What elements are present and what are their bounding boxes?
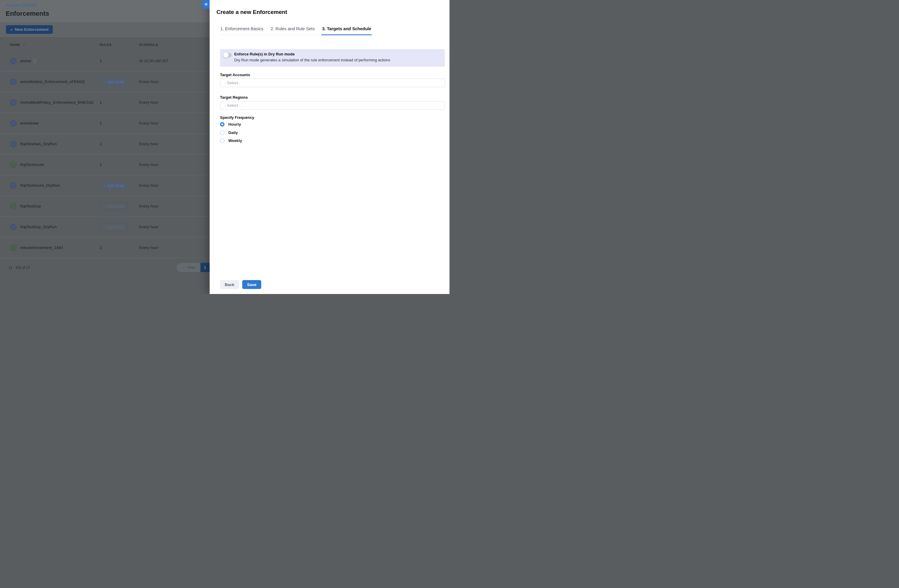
enforcement-name: RajTestGcp_DryRun [20, 225, 57, 229]
rules-count: 1 [100, 100, 102, 105]
add-rule-button-disabled: + Add Rule [100, 202, 128, 210]
table-row[interactable]: RajTestAzure 1 Every hour [0, 154, 210, 175]
page-1-button[interactable]: 1 [201, 263, 210, 272]
shield-check-icon [11, 59, 15, 63]
schedule-value: Every hour [139, 225, 158, 229]
new-enforcement-button[interactable]: + New Enforcement [6, 25, 53, 34]
tab-rules-and-rule-sets[interactable]: 2. Rules and Rule Sets [270, 26, 315, 35]
plus-icon: + [10, 27, 13, 32]
tab-enforcement-basics[interactable]: 1. Enforcement Basics [220, 26, 264, 35]
shield-check-icon [11, 184, 15, 188]
enforcement-name: AnmolMultiPolicy_Enforcement_BNESsD [20, 100, 94, 105]
specify-frequency-label: Specify Frequency [220, 115, 254, 120]
save-button[interactable]: Save [242, 280, 261, 289]
add-rule-button-disabled: + Add Rule [100, 223, 128, 231]
dry-run-toggle[interactable] [224, 53, 232, 57]
enforcement-badge [10, 182, 17, 189]
shield-check-icon [11, 100, 15, 105]
enforcement-badge [10, 99, 17, 106]
enforcement-name: relicxenforcement_1440 [20, 245, 63, 250]
prev-page-button[interactable]: ← Prev [177, 263, 201, 272]
table-header: NAME▼ RULES SCHEDULE [0, 37, 210, 51]
table-row[interactable]: AnmolMultiPolicy_Enforcement_BNESsD 1 Ev… [0, 92, 210, 113]
schedule-value: Every hour [139, 245, 158, 250]
column-header-rules: RULES [100, 43, 111, 46]
plus-icon: + [103, 225, 105, 230]
shield-check-icon [11, 163, 15, 167]
schedule-value: Every hour [139, 79, 158, 84]
plus-icon: + [103, 204, 105, 209]
rules-count: 1 [100, 121, 102, 125]
schedule-value: Every hour [139, 183, 158, 188]
enforcement-badge [10, 79, 17, 85]
plus-icon: + [103, 80, 105, 85]
shield-check-icon [11, 121, 15, 125]
tab-targets-and-schedule[interactable]: 3. Targets and Schedule [321, 26, 372, 35]
table-row[interactable]: relicxenforcement_1440 2 Every hour [0, 238, 210, 258]
target-regions-select[interactable]: - Select - [220, 101, 445, 110]
add-rule-button[interactable]: + Add Rule [100, 182, 128, 190]
shield-check-icon [11, 80, 15, 84]
radio-unselected-icon [220, 138, 224, 143]
rules-count: 1 [100, 162, 102, 167]
breadcrumb-account-link[interactable]: Account: CCM-NG [6, 3, 37, 8]
radio-unselected-icon [220, 130, 224, 135]
frequency-option-daily[interactable]: Daily [220, 129, 238, 136]
rules-count: 1 [100, 59, 102, 63]
radio-selected-icon [220, 122, 224, 127]
toggle-knob-icon [223, 52, 229, 58]
close-button[interactable]: ✕ [202, 0, 210, 9]
enforcement-badge [10, 203, 17, 210]
schedule-value: Every hour [139, 121, 158, 125]
frequency-option-hourly[interactable]: Hourly [220, 121, 241, 127]
table-row[interactable]: RajTestGcp_DryRun + Add Rule Every hour [0, 217, 210, 238]
panel-title: Create a new Enforcement [216, 9, 287, 15]
rules-count: 2 [100, 245, 102, 250]
panel-footer: Back Save [220, 280, 261, 289]
schedule-value: Every hour [139, 162, 158, 167]
enforcement-name: RajTestAzure [20, 162, 44, 167]
pager-group: ← Prev 1 [177, 263, 210, 272]
dry-run-title: Enforce Rule(s) in Dry Run mode [234, 52, 295, 56]
schedule-value: Every hour [139, 100, 158, 105]
table-row[interactable]: anmollisttest_Enforcement_sFENzQ + Add R… [0, 71, 210, 92]
target-accounts-select[interactable]: - Select - [220, 79, 445, 87]
page-title: Enforcements [6, 10, 49, 17]
enforcement-badge [10, 162, 17, 168]
toolbar: + New Enforcement [0, 23, 210, 37]
frequency-option-weekly[interactable]: Weekly [220, 137, 242, 144]
table-row[interactable]: RajTestAzure_DryRun + Add Rule Every hou… [0, 175, 210, 196]
enforcement-name: RajTestGcp [20, 204, 41, 208]
target-accounts-placeholder: - Select - [224, 80, 241, 85]
sort-caret-icon: ▼ [23, 43, 26, 46]
rules-count: 1 [100, 142, 102, 146]
column-header-name[interactable]: NAME▼ [10, 43, 25, 46]
page-header: Account: CCM-NG Enforcements [0, 0, 210, 22]
enforcement-badge [10, 141, 17, 147]
shield-check-icon [11, 204, 15, 208]
create-enforcement-panel: ✕ Create a new Enforcement 1. Enforcemen… [210, 0, 450, 294]
pagination-summary: (1 - 10) of 17 [9, 265, 30, 270]
arrow-left-icon: ← [181, 265, 185, 270]
enforcement-name: RajTestAzure_DryRun [20, 183, 60, 188]
back-button[interactable]: Back [220, 280, 239, 289]
enforcement-name: anmollisttest_Enforcement_sFENzQ [20, 79, 85, 84]
add-rule-button[interactable]: + Add Rule [100, 78, 128, 86]
enforcements-table: NAME▼ RULES SCHEDULE anmol 1 At 10:30 AM… [0, 37, 210, 258]
enforcements-page: Account: CCM-NG Enforcements + New Enfor… [0, 0, 210, 294]
schedule-value: Every hour [139, 142, 158, 146]
shield-check-icon [11, 246, 15, 250]
table-row[interactable]: RajTestAws_DryRun 1 Every hour [0, 134, 210, 154]
dry-run-description: Dry Run mode generates a simulation of t… [234, 58, 390, 62]
table-row[interactable]: anmolnew 1 Every hour [0, 113, 210, 134]
notes-icon [33, 59, 36, 63]
enforcement-badge [10, 244, 17, 251]
table-row[interactable]: anmol 1 At 10:30 AM IST [0, 51, 210, 71]
enforcement-badge [10, 120, 17, 127]
table-row[interactable]: RajTestGcp + Add Rule Every hour [0, 196, 210, 217]
close-icon: ✕ [205, 2, 208, 6]
enforcement-name: anmolnew [20, 121, 39, 125]
schedule-value: Every hour [139, 204, 158, 208]
enforcement-badge [10, 224, 17, 230]
shield-check-icon [11, 142, 15, 146]
